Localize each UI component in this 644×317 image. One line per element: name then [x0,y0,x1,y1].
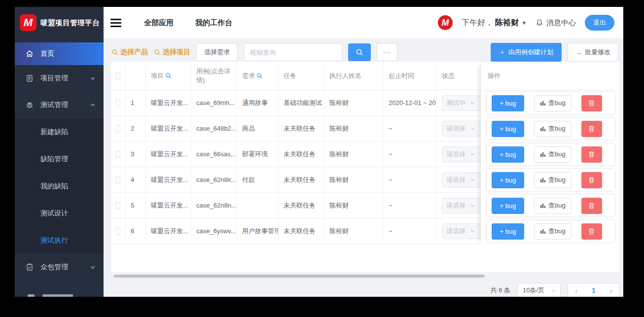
user-menu[interactable]: 下午好，陈裕财 ▼ [462,18,527,28]
row-checkbox[interactable] [116,176,120,183]
select-requirement-button[interactable]: 选择需求 [196,43,238,61]
horizontal-scrollbar-thumb[interactable] [114,275,485,278]
table-empty-area [111,244,620,272]
cell-case[interactable]: case_69mh... [191,90,237,116]
document-icon [26,74,34,82]
batch-edit-button[interactable]: → 批量修改 [568,43,618,62]
sidebar-item-home[interactable]: 首页 [15,42,104,65]
fuzzy-search-input[interactable] [244,43,342,61]
cell-case[interactable]: case_62n8ir... [191,167,237,193]
delete-button[interactable] [581,223,602,240]
main-content: 选择产品 选择项目 选择需求 ··· [104,38,623,297]
sidebar-item-defect-mgmt[interactable]: 缺陷管理 [15,145,104,173]
status-select[interactable]: 请选择 [442,146,481,162]
add-bug-button[interactable]: + bug [492,172,524,188]
view-bug-button[interactable]: 查bug [534,95,572,111]
cell-case[interactable]: case_62n8n... [191,193,237,218]
view-bug-button[interactable]: 查bug [534,198,572,214]
view-bug-button[interactable]: 查bug [534,172,572,188]
sidebar-item-partial[interactable] [15,293,104,297]
status-select[interactable]: 请选择 [442,172,481,188]
select-project-link[interactable]: 选择项目 [154,48,190,57]
next-page-button[interactable]: › [610,287,612,294]
sidebar-item-label: 项目管理 [40,74,83,83]
page-size-select[interactable]: 10条/页 [517,283,561,297]
top-navigation: 全部应用 我的工作台 [144,18,232,28]
add-bug-button[interactable]: + bug [492,146,524,163]
sidebar-item-test-execution[interactable]: 测试执行 [15,227,104,254]
delete-button[interactable] [581,121,602,137]
horizontal-scrollbar[interactable] [111,275,486,278]
col-period: 起止时间 [384,62,437,90]
sidebar-item-my-defects[interactable]: 我的缺陷 [15,173,104,200]
add-bug-button[interactable]: + bug [492,198,524,214]
cell-project: 唛盟云开发... [146,141,191,167]
chevron-down-icon [551,288,556,293]
row-checkbox[interactable] [116,100,120,106]
col-status: 状态 [437,62,481,90]
cell-executor: 陈裕财 [324,193,384,218]
search-icon[interactable] [256,72,263,79]
status-select[interactable]: 请选择 [442,121,481,137]
sidebar: M 唛盟项目管理平台 首页 项目管理 [15,7,104,297]
sidebar-item-test-mgmt[interactable]: 测试管理 [15,92,104,118]
bar-chart-icon [540,126,546,132]
table-row: 1 唛盟云开发... case_69mh... 通用故事 基础功能测试 陈裕财 … [111,90,481,116]
cell-task: 未关联任务 [279,193,324,218]
sidebar-item-label: 众包管理 [40,263,83,272]
prev-page-button[interactable]: ‹ [575,287,577,294]
status-select[interactable]: 请选择 [442,198,481,213]
select-all-checkbox[interactable] [116,72,120,79]
bar-chart-icon [540,100,546,106]
select-product-link[interactable]: 选择产品 [111,48,148,57]
delete-button[interactable] [581,198,602,214]
row-checkbox[interactable] [116,228,120,235]
row-checkbox[interactable] [116,202,120,209]
add-bug-button[interactable]: + bug [492,223,524,240]
view-bug-button[interactable]: 查bug [534,121,572,137]
cell-case[interactable]: case_648b2... [191,116,237,141]
chevron-up-icon [90,102,96,108]
sidebar-item-crowdsourcing[interactable]: 众包管理 [15,254,104,281]
cell-requirement: 通用故事 [237,90,279,116]
app-window: M 唛盟项目管理平台 首页 项目管理 [15,7,623,297]
message-center[interactable]: 消息中心 [536,18,576,28]
delete-button[interactable] [581,95,602,111]
status-select[interactable]: 测试中 [442,95,481,111]
sidebar-item-test-design[interactable]: 测试设计 [15,200,104,227]
delete-button[interactable] [581,146,602,163]
app-logo: M [20,14,36,31]
cell-case[interactable]: case_6yswv... [191,218,237,244]
status-select[interactable]: 请选择 [442,223,481,239]
table-row: 2 唛盟云开发... case_648b2... 商品 未关联任务 陈裕财 ~ … [111,116,481,141]
row-checkbox[interactable] [116,125,120,132]
current-page[interactable]: 1 [592,286,596,294]
cell-project: 唛盟云开发... [146,116,191,141]
table-row: 5 唛盟云开发... case_62n8n... 未关联任务 陈裕财 ~ 请选择 [111,193,481,218]
cell-case[interactable]: case_66sas... [191,141,237,167]
delete-button[interactable] [581,172,602,188]
user-avatar[interactable]: M [438,15,453,30]
search-icon[interactable] [165,72,172,79]
cell-executor: 陈裕财 [324,218,384,244]
trash-icon [588,125,595,132]
logo-row: M 唛盟项目管理平台 [15,7,104,38]
nav-all-apps[interactable]: 全部应用 [144,18,174,28]
col-actions: 操作 [481,62,620,90]
more-filters-button[interactable]: ··· [377,43,397,61]
app-title: 唛盟项目管理平台 [40,18,100,28]
nav-my-workbench[interactable]: 我的工作台 [195,18,232,28]
add-bug-button[interactable]: + bug [492,121,524,137]
sidebar-item-project-mgmt[interactable]: 项目管理 [15,65,104,92]
sidebar-item-new-defect[interactable]: 新建缺陷 [15,118,104,145]
search-button[interactable] [348,43,371,61]
bar-chart-icon [540,177,546,183]
hamburger-menu-icon[interactable] [110,19,121,27]
add-bug-button[interactable]: + bug [492,95,524,111]
row-checkbox[interactable] [116,151,120,158]
action-row: + bug 查bug [481,116,620,141]
create-plan-from-case-button[interactable]: ＋ 由用例创建计划 [491,43,562,62]
view-bug-button[interactable]: 查bug [534,146,572,163]
view-bug-button[interactable]: 查bug [534,223,572,240]
logout-button[interactable]: 退出 [585,15,614,31]
